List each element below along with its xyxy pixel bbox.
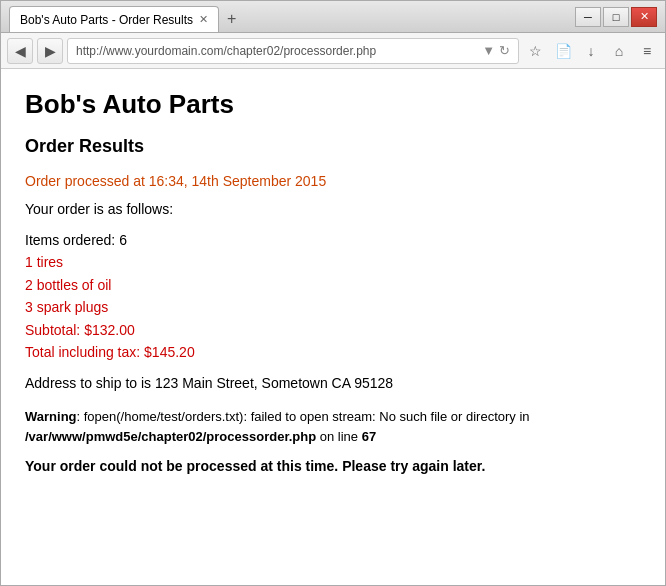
address-icons: ▼ ↻ xyxy=(482,43,510,58)
dropdown-icon[interactable]: ▼ xyxy=(482,43,495,58)
warning-text: : fopen(/home/test/orders.txt): failed t… xyxy=(77,409,530,424)
forward-button[interactable]: ▶ xyxy=(37,38,63,64)
home-icon[interactable]: ⌂ xyxy=(607,38,631,64)
warning-on: on line xyxy=(316,429,362,444)
total-with-tax: Total including tax: $145.20 xyxy=(25,341,641,363)
refresh-icon[interactable]: ↻ xyxy=(499,43,510,58)
window-controls: ─ □ ✕ xyxy=(575,7,657,27)
subtotal: Subtotal: $132.00 xyxy=(25,319,641,341)
browser-window: Bob's Auto Parts - Order Results ✕ + ─ □… xyxy=(0,0,666,586)
tab-close-button[interactable]: ✕ xyxy=(199,13,208,26)
download-icon[interactable]: ↓ xyxy=(579,38,603,64)
order-intro: Your order is as follows: xyxy=(25,201,641,217)
new-tab-button[interactable]: + xyxy=(219,6,244,32)
minimize-button[interactable]: ─ xyxy=(575,7,601,27)
address-bar[interactable]: http://www.yourdomain.com/chapter02/proc… xyxy=(67,38,519,64)
back-icon: ◀ xyxy=(15,43,26,59)
items-count: Items ordered: 6 xyxy=(25,229,641,251)
tab-area: Bob's Auto Parts - Order Results ✕ + xyxy=(9,1,575,32)
title-bar: Bob's Auto Parts - Order Results ✕ + ─ □… xyxy=(1,1,665,33)
item-tires: 1 tires xyxy=(25,251,641,273)
close-button[interactable]: ✕ xyxy=(631,7,657,27)
order-timestamp: Order processed at 16:34, 14th September… xyxy=(25,173,641,189)
order-title: Order Results xyxy=(25,136,641,157)
hamburger-icon: ≡ xyxy=(643,43,651,59)
tab-title: Bob's Auto Parts - Order Results xyxy=(20,13,193,27)
warning-path: /var/www/pmwd5e/chapter02/processorder.p… xyxy=(25,429,316,444)
maximize-button[interactable]: □ xyxy=(603,7,629,27)
navigation-bar: ◀ ▶ http://www.yourdomain.com/chapter02/… xyxy=(1,33,665,69)
forward-icon: ▶ xyxy=(45,43,56,59)
menu-icon[interactable]: ≡ xyxy=(635,38,659,64)
order-details: Items ordered: 6 1 tires 2 bottles of oi… xyxy=(25,229,641,363)
item-oil: 2 bottles of oil xyxy=(25,274,641,296)
bookmark-star-icon[interactable]: ☆ xyxy=(523,38,547,64)
warning-block: Warning: fopen(/home/test/orders.txt): f… xyxy=(25,407,641,446)
page-content: Bob's Auto Parts Order Results Order pro… xyxy=(1,69,665,585)
toolbar-icons: ☆ 📄 ↓ ⌂ ≡ xyxy=(523,38,659,64)
back-button[interactable]: ◀ xyxy=(7,38,33,64)
page-icon[interactable]: 📄 xyxy=(551,38,575,64)
home-house-icon: ⌂ xyxy=(615,43,623,59)
warning-line-number: 67 xyxy=(362,429,376,444)
url-text: http://www.yourdomain.com/chapter02/proc… xyxy=(76,44,482,58)
item-spark-plugs: 3 spark plugs xyxy=(25,296,641,318)
site-title: Bob's Auto Parts xyxy=(25,89,641,120)
error-message: Your order could not be processed at thi… xyxy=(25,458,641,474)
active-tab[interactable]: Bob's Auto Parts - Order Results ✕ xyxy=(9,6,219,32)
bookmark-icon: 📄 xyxy=(555,43,572,59)
star-icon: ☆ xyxy=(529,43,542,59)
shipping-address: Address to ship to is 123 Main Street, S… xyxy=(25,375,641,391)
warning-label: Warning xyxy=(25,409,77,424)
download-arrow-icon: ↓ xyxy=(588,43,595,59)
